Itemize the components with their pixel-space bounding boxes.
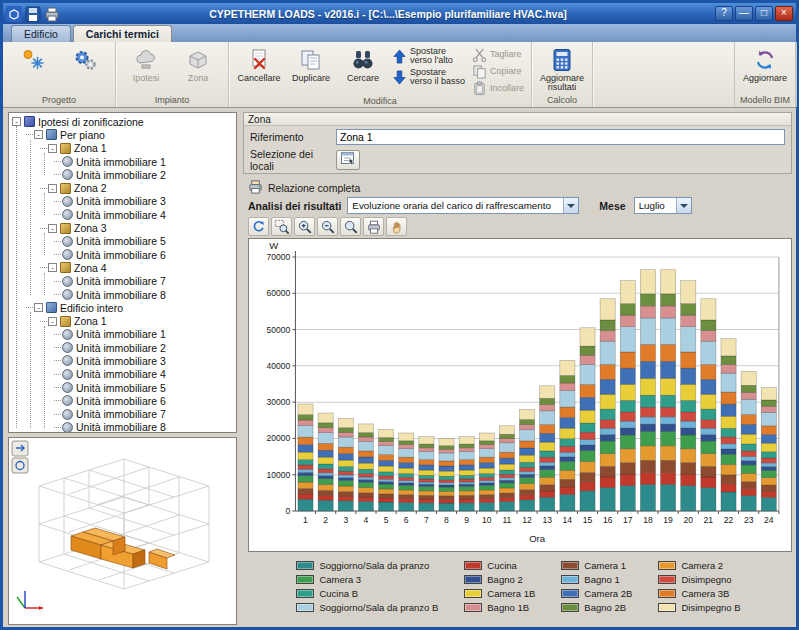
tab-carichi-termici[interactable]: Carichi termici <box>73 25 172 42</box>
bar-segment <box>560 494 575 511</box>
bar-segment <box>318 500 333 511</box>
bar-segment <box>419 437 434 444</box>
bar-segment <box>721 356 736 365</box>
tree-item[interactable]: -Zona 1 <box>40 314 236 327</box>
print-titlebar-icon[interactable] <box>44 6 60 22</box>
collapse-icon[interactable]: - <box>48 184 57 193</box>
collapse-icon[interactable]: - <box>48 144 57 153</box>
zoom-window-button[interactable] <box>271 217 292 236</box>
tree-item[interactable]: Unità immobiliare 5 <box>54 381 236 394</box>
project-options-button[interactable] <box>60 45 110 75</box>
duplicare-button[interactable]: Duplicare <box>286 45 336 85</box>
zoom-out-button[interactable] <box>317 217 338 236</box>
bar-segment <box>520 409 535 419</box>
bar-segment <box>499 488 514 493</box>
tree-item[interactable]: Unità immobiliare 1 <box>54 155 236 168</box>
tree-item[interactable]: Unità immobiliare 6 <box>54 394 236 407</box>
tree-item[interactable]: Unità immobiliare 7 <box>54 408 236 421</box>
cercare-button[interactable]: Cercare <box>338 45 388 85</box>
bar-segment <box>540 451 555 457</box>
bar-segment <box>419 448 434 452</box>
tree-item[interactable]: -Zona 4 <box>40 261 236 274</box>
tree-item[interactable]: Unità immobiliare 3 <box>54 354 236 367</box>
collapse-icon[interactable]: - <box>48 317 57 326</box>
relazione-completa-option[interactable]: Relazione completa <box>248 179 360 196</box>
model-3d-view[interactable] <box>8 437 237 625</box>
collapse-icon[interactable]: - <box>48 263 57 272</box>
tree-item[interactable]: Unità immobiliare 8 <box>54 288 236 301</box>
zoom-in-button[interactable] <box>294 217 315 236</box>
tree-item[interactable]: Unità immobiliare 7 <box>54 275 236 288</box>
close-button[interactable]: × <box>775 6 793 21</box>
tree-item[interactable]: -Ipotesi di zonificazione <box>12 115 236 128</box>
bar-segment <box>560 407 575 418</box>
analisi-dropdown[interactable]: Evoluzione oraria del carico di raffresc… <box>347 197 579 214</box>
zoom-original-button[interactable] <box>340 217 361 236</box>
bar-segment <box>560 375 575 383</box>
ipotesi-button[interactable]: Ipotesi <box>121 45 171 85</box>
collapse-icon[interactable]: - <box>12 117 21 126</box>
project-data-button[interactable] <box>8 45 58 75</box>
bar-segment <box>761 458 776 463</box>
pan-button[interactable] <box>386 217 407 236</box>
save-icon[interactable] <box>25 6 41 22</box>
update-results-button[interactable]: Aggiornare risultati <box>537 45 587 95</box>
zona-button[interactable]: Zona <box>173 45 223 85</box>
tree-item[interactable]: Unità immobiliare 2 <box>54 341 236 354</box>
move-up-button[interactable]: Spostare verso l'alto <box>390 47 468 66</box>
bar-segment <box>701 365 716 380</box>
redraw-button[interactable] <box>248 217 269 236</box>
tree-item[interactable]: -Edificio intero <box>26 301 236 314</box>
bar-segment <box>640 417 655 424</box>
cancellare-button[interactable]: Cancellare <box>234 45 284 85</box>
legend-item: Bagno 1 <box>561 573 632 585</box>
help-button[interactable]: ? <box>715 6 733 21</box>
copy-button[interactable]: Copiare <box>470 64 526 79</box>
bar-segment <box>459 491 474 495</box>
paste-button[interactable]: Incollare <box>470 81 526 96</box>
bar-segment <box>399 483 414 485</box>
tree-item[interactable]: Unità immobiliare 3 <box>54 195 236 208</box>
riferimento-input[interactable] <box>336 129 785 145</box>
tree-item[interactable]: Unità immobiliare 4 <box>54 368 236 381</box>
maximize-button[interactable]: □ <box>755 6 773 21</box>
bim-update-button[interactable]: Aggiornare <box>740 45 790 85</box>
unit-icon <box>62 169 73 180</box>
bar-segment <box>439 446 454 450</box>
unit-icon <box>62 236 73 247</box>
legend-item: Camera 3 <box>296 573 438 585</box>
bar-segment <box>379 429 394 437</box>
collapse-icon[interactable]: - <box>48 224 57 233</box>
tree-item[interactable]: Unità immobiliare 1 <box>54 328 236 341</box>
bar-segment <box>721 365 736 374</box>
bar-segment <box>761 435 776 444</box>
tab-edificio[interactable]: Edificio <box>11 25 71 42</box>
bar-segment <box>318 457 333 464</box>
minimize-button[interactable]: — <box>735 6 753 21</box>
binoculars-icon <box>350 47 376 73</box>
tree-item-label: Unità immobiliare 5 <box>76 382 166 394</box>
legend-label: Soggiorno/Sala da pranzo B <box>319 602 438 613</box>
move-down-button[interactable]: Spostare verso il basso <box>390 68 468 87</box>
svg-text:14: 14 <box>563 515 573 525</box>
tree-item[interactable]: Unità immobiliare 2 <box>54 168 236 181</box>
print-chart-button[interactable] <box>363 217 384 236</box>
collapse-icon[interactable]: - <box>34 130 43 139</box>
cut-button[interactable]: Tagliare <box>470 47 526 62</box>
collapse-icon[interactable]: - <box>34 303 43 312</box>
bar-segment <box>399 457 414 462</box>
selezione-locali-button[interactable] <box>336 150 360 170</box>
tree-item[interactable]: -Zona 1 <box>40 142 236 155</box>
tree-item[interactable]: Unità immobiliare 4 <box>54 208 236 221</box>
tree-item-label: Unità immobiliare 6 <box>76 395 166 407</box>
tree-item-label: Unità immobiliare 7 <box>76 275 166 287</box>
tree-item[interactable]: Unità immobiliare 8 <box>54 421 236 433</box>
tree-item[interactable]: -Zona 3 <box>40 221 236 234</box>
tree-item[interactable]: -Zona 2 <box>40 181 236 194</box>
bar-segment <box>661 460 676 472</box>
tree-item[interactable]: -Per piano <box>26 128 236 141</box>
bar-segment <box>379 484 394 489</box>
tree-item[interactable]: Unità immobiliare 6 <box>54 248 236 261</box>
tree-item[interactable]: Unità immobiliare 5 <box>54 235 236 248</box>
mese-dropdown[interactable]: Luglio <box>634 197 692 214</box>
